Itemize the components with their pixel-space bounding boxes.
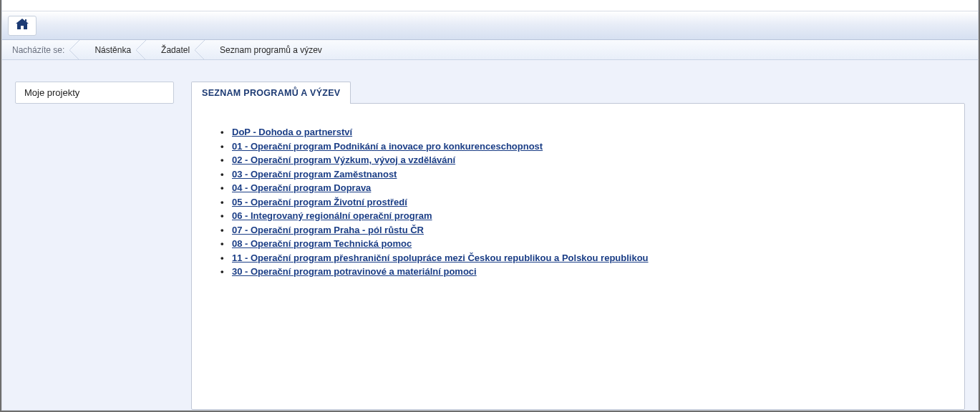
program-link-0[interactable]: DoP - Dohoda o partnerství <box>232 127 352 137</box>
panel-program-list: DoP - Dohoda o partnerství01 - Operační … <box>191 103 965 410</box>
breadcrumb-item-2[interactable]: Seznam programů a výzev <box>204 40 336 59</box>
breadcrumb: Nacházíte se: Nástěnka Žadatel Seznam pr… <box>2 40 978 60</box>
home-button[interactable] <box>8 16 37 36</box>
program-link-7[interactable]: 07 - Operační program Praha - pól růstu … <box>232 225 424 235</box>
tab-label: SEZNAM PROGRAMŮ A VÝZEV <box>202 88 340 98</box>
program-link-3[interactable]: 03 - Operační program Zaměstnanost <box>232 169 397 180</box>
program-link-4[interactable]: 04 - Operační program Doprava <box>232 182 371 193</box>
window-frame: Nacházíte se: Nástěnka Žadatel Seznam pr… <box>0 0 980 412</box>
program-list: DoP - Dohoda o partnerství01 - Operační … <box>220 125 936 279</box>
topbar <box>2 11 978 40</box>
list-item: 04 - Operační program Doprava <box>220 181 936 195</box>
list-item: 03 - Operační program Zaměstnanost <box>220 167 936 182</box>
program-link-6[interactable]: 06 - Integrovaný regionální operační pro… <box>232 210 432 221</box>
list-item: 06 - Integrovaný regionální operační pro… <box>220 209 936 223</box>
sidebar: Moje projekty <box>15 82 174 410</box>
program-link-1[interactable]: 01 - Operační program Podnikání a inovac… <box>232 141 543 152</box>
list-item: 02 - Operační program Výzkum, vývoj a vz… <box>220 153 936 167</box>
program-link-9[interactable]: 11 - Operační program přeshraniční spolu… <box>232 252 649 263</box>
breadcrumb-label: Nacházíte se: <box>2 40 79 59</box>
app-inner: Nacházíte se: Nástěnka Žadatel Seznam pr… <box>1 0 979 411</box>
list-item: DoP - Dohoda o partnerství <box>220 125 936 139</box>
list-item: 07 - Operační program Praha - pól růstu … <box>220 223 936 237</box>
list-item: 08 - Operační program Technická pomoc <box>220 237 936 251</box>
program-link-2[interactable]: 02 - Operační program Výzkum, vývoj a vz… <box>232 154 455 165</box>
list-item: 05 - Operační program Životní prostředí <box>220 195 936 210</box>
sidebar-item-label: Moje projekty <box>24 87 79 98</box>
tab-bar: SEZNAM PROGRAMŮ A VÝZEV <box>191 82 965 104</box>
sidebar-item-my-projects[interactable]: Moje projekty <box>15 82 174 104</box>
program-link-8[interactable]: 08 - Operační program Technická pomoc <box>232 238 412 249</box>
main-area: Moje projekty SEZNAM PROGRAMŮ A VÝZEV Do… <box>2 60 978 410</box>
breadcrumb-item-0[interactable]: Nástěnka <box>79 40 145 59</box>
program-link-5[interactable]: 05 - Operační program Životní prostředí <box>232 197 407 207</box>
home-icon <box>16 19 29 32</box>
content-column: SEZNAM PROGRAMŮ A VÝZEV DoP - Dohoda o p… <box>191 82 965 410</box>
header-strip <box>2 0 978 11</box>
list-item: 11 - Operační program přeshraniční spolu… <box>220 251 936 265</box>
list-item: 01 - Operační program Podnikání a inovac… <box>220 139 936 154</box>
list-item: 30 - Operační program potravinové a mate… <box>220 265 936 279</box>
tab-program-list[interactable]: SEZNAM PROGRAMŮ A VÝZEV <box>191 82 351 104</box>
breadcrumb-item-1[interactable]: Žadatel <box>145 40 204 59</box>
program-link-10[interactable]: 30 - Operační program potravinové a mate… <box>232 266 477 277</box>
